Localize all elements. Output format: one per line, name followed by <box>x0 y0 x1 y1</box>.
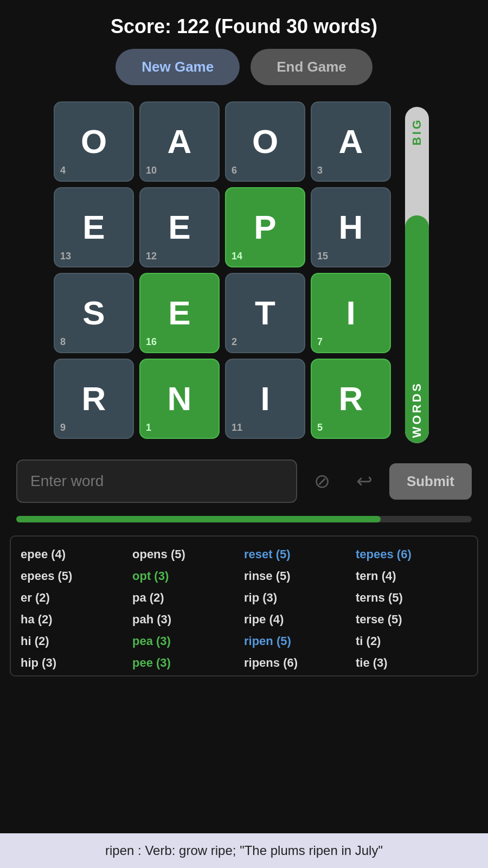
tile-o-2[interactable]: O6 <box>225 101 305 182</box>
score-header: Score: 122 (Found 30 words) <box>0 0 488 49</box>
tile-number: 14 <box>232 251 242 262</box>
tile-letter: E <box>82 210 105 244</box>
new-game-button[interactable]: New Game <box>115 49 240 85</box>
tile-number: 6 <box>232 165 237 176</box>
tile-a-1[interactable]: A10 <box>139 101 220 182</box>
word-input[interactable] <box>16 459 297 503</box>
tile-e-5[interactable]: E12 <box>139 187 220 267</box>
tile-i-14[interactable]: I11 <box>225 359 305 439</box>
word-item: pee (3) <box>132 656 244 670</box>
tile-letter: N <box>168 382 192 416</box>
tile-s-8[interactable]: S8 <box>54 273 134 353</box>
tile-number: 2 <box>232 336 237 348</box>
tile-number: 8 <box>60 336 66 348</box>
tile-n-13[interactable]: N1 <box>139 359 220 439</box>
word-item: hi (2) <box>21 634 132 648</box>
tile-o-0[interactable]: O4 <box>54 101 134 182</box>
tile-number: 13 <box>60 251 71 262</box>
tile-a-3[interactable]: A3 <box>311 101 391 182</box>
game-area: O4A10O6A3E13E12P14H15S8E16T2I7R9N1I11R5 … <box>0 101 488 443</box>
tile-e-4[interactable]: E13 <box>54 187 134 267</box>
tile-letter: R <box>82 382 106 416</box>
tile-p-6[interactable]: P14 <box>225 187 305 267</box>
tile-letter: R <box>339 382 363 416</box>
tile-number: 10 <box>146 165 157 176</box>
tile-letter: T <box>255 296 275 330</box>
tile-number: 12 <box>146 251 157 262</box>
tile-letter: O <box>81 125 107 158</box>
word-item: ripens (6) <box>244 656 356 670</box>
sidebar-top-label: BIG <box>411 118 423 145</box>
tile-i-11[interactable]: I7 <box>311 273 391 353</box>
tile-number: 3 <box>317 165 323 176</box>
tile-r-15[interactable]: R5 <box>311 359 391 439</box>
word-item: er (2) <box>21 591 132 605</box>
backspace-button[interactable]: ↩ <box>347 464 382 499</box>
word-item: terns (5) <box>356 591 467 605</box>
word-item: pah (3) <box>132 612 244 627</box>
tile-letter: S <box>82 296 105 330</box>
word-item: tepees (6) <box>356 547 467 561</box>
word-item: rinse (5) <box>244 569 356 583</box>
word-item: ha (2) <box>21 612 132 627</box>
tile-t-10[interactable]: T2 <box>225 273 305 353</box>
word-item: tie (3) <box>356 656 467 670</box>
clear-button[interactable]: ⊘ <box>305 464 339 499</box>
tile-number: 11 <box>232 422 242 433</box>
tile-letter: E <box>168 210 190 244</box>
word-item: opens (5) <box>132 547 244 561</box>
word-item: epee (4) <box>21 547 132 561</box>
words-found-box: epee (4)opens (5)reset (5)tepees (6)epee… <box>10 535 478 676</box>
tile-number: 5 <box>317 422 323 433</box>
progress-bar-row <box>16 516 472 522</box>
word-item: rip (3) <box>244 591 356 605</box>
word-item: ripe (4) <box>244 612 356 627</box>
tile-letter: A <box>339 125 363 158</box>
input-row: ⊘ ↩ Submit <box>16 459 472 503</box>
end-game-button[interactable]: End Game <box>251 49 373 85</box>
tile-r-12[interactable]: R9 <box>54 359 134 439</box>
word-item: reset (5) <box>244 547 356 561</box>
word-item: opt (3) <box>132 569 244 583</box>
tile-letter: O <box>252 125 278 158</box>
word-item: hip (3) <box>21 656 132 670</box>
big-words-sidebar: BIG WORDS <box>400 101 434 443</box>
tile-letter: E <box>168 296 190 330</box>
tile-letter: P <box>254 210 276 244</box>
tile-letter: H <box>339 210 363 244</box>
word-item: pa (2) <box>132 591 244 605</box>
button-row: New Game End Game <box>0 49 488 85</box>
letter-grid: O4A10O6A3E13E12P14H15S8E16T2I7R9N1I11R5 <box>54 101 391 439</box>
sidebar-fill: WORDS <box>405 215 429 443</box>
tile-number: 1 <box>146 422 151 433</box>
tile-letter: I <box>260 382 269 416</box>
progress-fill <box>16 516 381 522</box>
word-item: ti (2) <box>356 634 467 648</box>
tile-number: 7 <box>317 336 323 348</box>
word-item: epees (5) <box>21 569 132 583</box>
tile-h-7[interactable]: H15 <box>311 187 391 267</box>
word-item: ripen (5) <box>244 634 356 648</box>
tile-number: 15 <box>317 251 328 262</box>
tile-letter: I <box>346 296 355 330</box>
tile-number: 9 <box>60 422 66 433</box>
sidebar-bottom-label: WORDS <box>411 381 423 438</box>
word-item: tern (4) <box>356 569 467 583</box>
definition-bar: ripen : Verb: grow ripe; "The plums ripe… <box>0 833 488 868</box>
words-grid: epee (4)opens (5)reset (5)tepees (6)epee… <box>21 547 467 670</box>
tile-number: 4 <box>60 165 66 176</box>
word-item: pea (3) <box>132 634 244 648</box>
submit-button[interactable]: Submit <box>389 463 472 500</box>
sidebar-bar: BIG WORDS <box>405 107 429 443</box>
tile-letter: A <box>168 125 192 158</box>
tile-e-9[interactable]: E16 <box>139 273 220 353</box>
word-item: terse (5) <box>356 612 467 627</box>
tile-number: 16 <box>146 336 157 348</box>
